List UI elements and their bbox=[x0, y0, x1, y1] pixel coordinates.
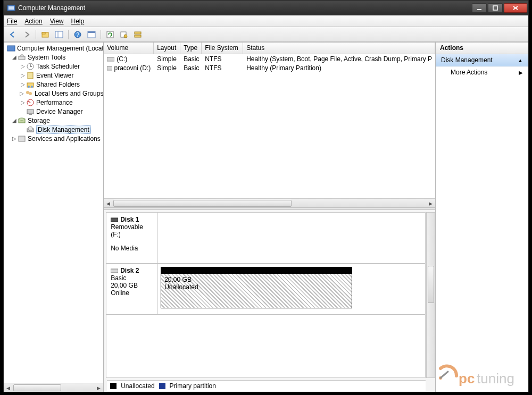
disk2-info: Disk 2 Basic 20,00 GB Online bbox=[106, 264, 157, 314]
actions-context-title[interactable]: Disk Management ▲ bbox=[436, 54, 528, 66]
navigation-tree: Computer Management (Local ◢System Tools… bbox=[4, 43, 104, 392]
disk-graphical-view: Disk 1 Removable (F:) No Media Disk 2 Ba… bbox=[104, 210, 435, 392]
help-button[interactable]: ? bbox=[72, 29, 84, 40]
app-icon bbox=[7, 4, 15, 12]
disk1-info: Disk 1 Removable (F:) No Media bbox=[106, 213, 157, 263]
svg-rect-3 bbox=[493, 6, 497, 10]
menu-action[interactable]: Action bbox=[24, 18, 42, 25]
tree-horizontal-scrollbar[interactable]: ◀ ▶ bbox=[4, 383, 103, 392]
properties-button[interactable] bbox=[86, 29, 97, 40]
actions-pane: Actions Disk Management ▲ More Actions ▶ bbox=[436, 43, 528, 392]
svg-rect-41 bbox=[111, 218, 118, 222]
svg-rect-18 bbox=[135, 35, 141, 37]
volume-horizontal-scrollbar[interactable]: ◀ ▶ bbox=[104, 198, 435, 207]
chevron-right-icon: ▶ bbox=[519, 70, 523, 75]
legend-swatch-primary bbox=[159, 383, 165, 389]
tree-root[interactable]: Computer Management (Local bbox=[4, 44, 103, 53]
separator-icon bbox=[101, 30, 101, 39]
menubar: File Action View Help bbox=[4, 15, 528, 27]
settings-button[interactable] bbox=[118, 29, 130, 40]
scroll-right-icon[interactable]: ▶ bbox=[426, 199, 435, 208]
forward-button[interactable] bbox=[21, 29, 32, 40]
svg-point-26 bbox=[28, 86, 30, 88]
svg-rect-17 bbox=[135, 32, 141, 34]
disk-vertical-scrollbar[interactable] bbox=[426, 212, 435, 378]
disk-row-disk2[interactable]: Disk 2 Basic 20,00 GB Online 20,00 GB bbox=[106, 264, 425, 315]
svg-point-16 bbox=[124, 35, 127, 38]
svg-rect-19 bbox=[7, 46, 15, 51]
drive-icon bbox=[107, 56, 114, 62]
scroll-thumb[interactable] bbox=[113, 200, 292, 207]
actions-header: Actions bbox=[436, 43, 528, 54]
window-title: Computer Management bbox=[18, 4, 472, 12]
svg-rect-33 bbox=[29, 114, 32, 115]
scroll-right-icon[interactable]: ▶ bbox=[94, 383, 103, 392]
titlebar[interactable]: Computer Management bbox=[4, 1, 528, 15]
back-button[interactable] bbox=[7, 29, 19, 40]
maximize-button[interactable] bbox=[488, 3, 503, 13]
svg-rect-32 bbox=[27, 110, 34, 114]
tree-task-scheduler[interactable]: ▷Task Scheduler bbox=[4, 62, 103, 71]
tree-performance[interactable]: ▷Performance bbox=[4, 98, 103, 107]
svg-rect-20 bbox=[19, 56, 25, 60]
basic-disk-icon bbox=[111, 268, 118, 273]
minimize-button[interactable] bbox=[472, 3, 487, 13]
svg-text:?: ? bbox=[76, 32, 79, 38]
show-hide-console-tree-button[interactable] bbox=[53, 29, 65, 40]
menu-view[interactable]: View bbox=[50, 18, 64, 25]
computer-management-window: Computer Management File Action View Hel… bbox=[3, 0, 529, 392]
svg-line-44 bbox=[440, 372, 448, 378]
scroll-thumb[interactable] bbox=[428, 266, 434, 303]
svg-rect-1 bbox=[9, 6, 14, 10]
disk1-partitions bbox=[157, 213, 425, 263]
column-header-status[interactable]: Status bbox=[243, 43, 435, 54]
column-header-type[interactable]: Type bbox=[180, 43, 202, 54]
close-button[interactable] bbox=[504, 3, 527, 13]
partition-legend: Unallocated Primary partition bbox=[107, 380, 426, 391]
refresh-button[interactable] bbox=[104, 29, 116, 40]
svg-rect-39 bbox=[107, 57, 114, 61]
tree-shared-folders[interactable]: ▷Shared Folders bbox=[4, 80, 103, 89]
watermark-logo: pc tuning bbox=[431, 362, 527, 392]
partition-label: 20,00 GB Unallocated bbox=[164, 276, 198, 291]
collapse-icon: ▲ bbox=[518, 57, 523, 63]
volume-row[interactable]: (C:) Simple Basic NTFS Healthy (System, … bbox=[104, 54, 435, 63]
column-header-layout[interactable]: Layout bbox=[154, 43, 180, 54]
svg-rect-40 bbox=[107, 66, 112, 70]
disk-list-button[interactable] bbox=[132, 29, 144, 40]
disk-row-disk1[interactable]: Disk 1 Removable (F:) No Media bbox=[106, 213, 425, 264]
actions-more-actions[interactable]: More Actions ▶ bbox=[436, 66, 528, 78]
separator-icon bbox=[68, 30, 69, 39]
up-button[interactable] bbox=[39, 29, 51, 40]
column-header-filesystem[interactable]: File System bbox=[202, 43, 243, 54]
partition-unallocated[interactable]: 20,00 GB Unallocated bbox=[161, 267, 352, 308]
tree-local-users[interactable]: ▷Local Users and Groups bbox=[4, 89, 103, 98]
disk2-partitions: 20,00 GB Unallocated bbox=[157, 264, 425, 314]
tree-disk-management[interactable]: Disk Management bbox=[4, 125, 103, 134]
tree-services-applications[interactable]: ▷Services and Applications bbox=[4, 134, 103, 143]
scroll-left-icon[interactable]: ◀ bbox=[4, 383, 13, 392]
legend-swatch-unallocated bbox=[110, 383, 117, 389]
tree-device-manager[interactable]: Device Manager bbox=[4, 107, 103, 116]
svg-text:pc: pc bbox=[459, 371, 475, 386]
svg-rect-42 bbox=[111, 269, 118, 273]
scroll-left-icon[interactable]: ◀ bbox=[104, 199, 113, 208]
svg-rect-38 bbox=[19, 136, 25, 141]
svg-rect-24 bbox=[28, 72, 33, 79]
svg-point-35 bbox=[19, 118, 25, 120]
main-content: Volume Layout Type File System Status (C… bbox=[104, 43, 436, 392]
scroll-thumb[interactable] bbox=[13, 384, 61, 391]
toolbar: ? bbox=[4, 27, 528, 42]
volume-row[interactable]: pracovni (D:) Simple Basic NTFS Healthy … bbox=[104, 63, 435, 72]
tree-system-tools[interactable]: ◢System Tools bbox=[4, 53, 103, 62]
menu-help[interactable]: Help bbox=[71, 18, 85, 25]
menu-file[interactable]: File bbox=[7, 18, 17, 25]
column-header-volume[interactable]: Volume bbox=[104, 43, 154, 54]
svg-rect-7 bbox=[42, 32, 45, 34]
tree-storage[interactable]: ◢Storage bbox=[4, 116, 103, 125]
volume-header-row: Volume Layout Type File System Status bbox=[104, 43, 435, 54]
svg-point-29 bbox=[29, 92, 32, 95]
svg-rect-8 bbox=[55, 31, 63, 38]
svg-rect-14 bbox=[107, 31, 113, 38]
tree-event-viewer[interactable]: ▷Event Viewer bbox=[4, 71, 103, 80]
